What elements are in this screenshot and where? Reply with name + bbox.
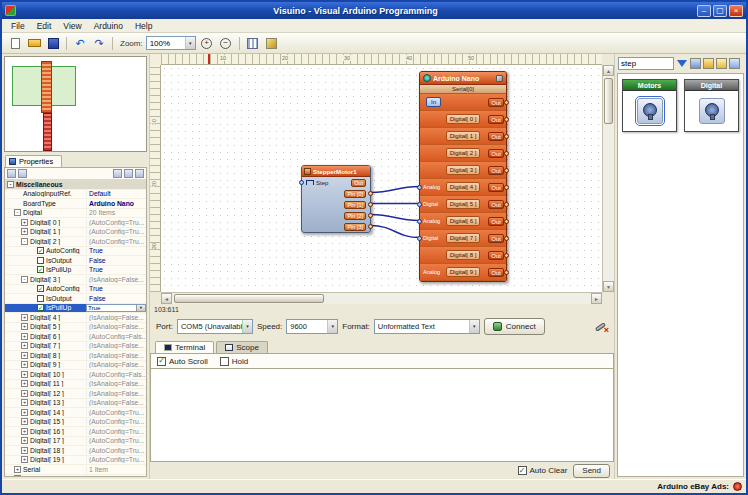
- property-row-digital-15[interactable]: +Digital[ 15 ](AutoConfig=Tru...: [5, 418, 146, 428]
- output-pin[interactable]: Out: [488, 217, 509, 226]
- output-pin[interactable]: Out: [488, 268, 509, 277]
- arduino-pin-row-digital-0[interactable]: Digital[ 0 ]Out: [420, 111, 506, 128]
- property-row-digital-0[interactable]: +Digital[ 0 ](AutoConfig=Tru...: [5, 218, 146, 228]
- collapse-all-icon[interactable]: [124, 169, 133, 178]
- stepper-step-row[interactable]: Step Out: [302, 177, 370, 188]
- arduino-pin-row-in[interactable]: InOut: [420, 94, 506, 111]
- tree-expander-icon[interactable]: +: [14, 475, 21, 476]
- property-row-isoutput[interactable]: IsOutputFalse: [5, 294, 146, 304]
- property-row-serial[interactable]: +Serial1 Item: [5, 465, 146, 475]
- chevron-down-icon[interactable]: ▾: [242, 320, 252, 333]
- terminal-output[interactable]: [150, 368, 614, 462]
- stepper-pin-row-pin-2[interactable]: Pin [2]: [302, 210, 370, 221]
- arduino-pin-row-digital-2[interactable]: Digital[ 2 ]Out: [420, 145, 506, 162]
- tab-properties[interactable]: Properties: [5, 155, 62, 167]
- tree-expander-icon[interactable]: +: [21, 228, 28, 235]
- zoom-select[interactable]: 100% ▾: [146, 36, 196, 50]
- property-row-digital-8[interactable]: +Digital[ 8 ](IsAnalog=False...: [5, 351, 146, 361]
- redo-icon[interactable]: ↷: [91, 35, 107, 51]
- checkbox-ispullup[interactable]: ✓: [37, 304, 44, 311]
- sort-alpha-icon[interactable]: [7, 169, 16, 178]
- open-folder-icon[interactable]: [26, 35, 42, 51]
- component-arduino-nano[interactable]: Arduino Nano Serial[0]InOutDigital[ 0 ]O…: [419, 71, 507, 282]
- category-view-icon[interactable]: [703, 58, 714, 69]
- property-row-digital-12[interactable]: +Digital[ 12 ](IsAnalog=False...: [5, 389, 146, 399]
- new-file-icon[interactable]: [7, 35, 23, 51]
- tree-expander-icon[interactable]: +: [21, 323, 28, 330]
- tree-expander-icon[interactable]: +: [21, 390, 28, 397]
- input-pin-icon[interactable]: [417, 202, 422, 207]
- port-select[interactable]: COM5 (Unavailable) ▾: [177, 319, 253, 334]
- tree-expander-icon[interactable]: -: [21, 238, 28, 245]
- design-canvas[interactable]: StepperMotor1 Step Out Pin [0]Pin [1]Pin…: [161, 65, 602, 292]
- arduino-pin-row-digital-6[interactable]: AnalogDigital[ 6 ]Out: [420, 213, 506, 230]
- output-pin[interactable]: Out: [488, 166, 509, 175]
- property-row-digital-2[interactable]: -Digital[ 2 ](AutoConfig=Tru...: [5, 237, 146, 247]
- arduino-header[interactable]: Arduino Nano: [420, 72, 506, 85]
- filter-icon[interactable]: [677, 60, 687, 67]
- hold-checkbox[interactable]: [220, 357, 229, 366]
- property-row-digital-5[interactable]: +Digital[ 5 ](IsAnalog=False...: [5, 323, 146, 333]
- arduino-pin-row-digital-7[interactable]: DigitalDigital[ 7 ]Out: [420, 230, 506, 247]
- scroll-left-icon[interactable]: ◄: [161, 293, 172, 304]
- toggle-grid-icon[interactable]: [245, 35, 261, 51]
- view-mode-icon[interactable]: [690, 58, 701, 69]
- stepper-motor-icon[interactable]: [699, 98, 725, 124]
- canvas-vertical-scrollbar[interactable]: ▲ ▼: [602, 65, 614, 292]
- menu-help[interactable]: Help: [129, 20, 158, 32]
- minimize-button[interactable]: –: [697, 5, 711, 17]
- zoom-out-icon[interactable]: −: [218, 35, 234, 51]
- port-setup-icon[interactable]: ×: [594, 320, 608, 333]
- scroll-down-icon[interactable]: ▼: [603, 281, 614, 292]
- tree-expander-icon[interactable]: +: [21, 399, 28, 406]
- property-row-digital-1[interactable]: +Digital[ 1 ](AutoConfig=Tru...: [5, 228, 146, 238]
- tab-terminal[interactable]: Terminal: [155, 341, 214, 353]
- scroll-right-icon[interactable]: ►: [591, 293, 602, 304]
- tree-expander-icon[interactable]: +: [21, 361, 28, 368]
- menu-edit[interactable]: Edit: [31, 20, 58, 32]
- component-category-motors[interactable]: Motors: [622, 79, 677, 132]
- property-row-boardtype[interactable]: BoardTypeArduino Nano: [5, 199, 146, 209]
- stepper-pin-row-pin-1[interactable]: Pin [1]: [302, 199, 370, 210]
- canvas-horizontal-scrollbar[interactable]: ◄ ►: [161, 292, 602, 304]
- output-pin[interactable]: Out: [488, 98, 509, 107]
- tree-expander-icon[interactable]: +: [21, 371, 28, 378]
- component-steppermotor1[interactable]: StepperMotor1 Step Out Pin [0]Pin [1]Pin…: [301, 165, 371, 233]
- wire[interactable]: [371, 187, 419, 193]
- input-pin-icon[interactable]: [417, 236, 422, 241]
- tree-expander-icon[interactable]: +: [21, 409, 28, 416]
- output-pin[interactable]: Out: [488, 183, 509, 192]
- menu-arduino[interactable]: Arduino: [88, 20, 129, 32]
- tree-expander-icon[interactable]: +: [21, 342, 28, 349]
- save-icon[interactable]: [45, 35, 61, 51]
- search-input[interactable]: [618, 57, 674, 70]
- categorized-icon[interactable]: [18, 169, 27, 178]
- component-category-digital[interactable]: Digital: [684, 79, 739, 132]
- wrench-icon[interactable]: [496, 75, 503, 82]
- arduino-pin-row-digital-3[interactable]: Digital[ 3 ]Out: [420, 162, 506, 179]
- maximize-button[interactable]: ▢: [713, 5, 727, 17]
- input-pin-icon[interactable]: [417, 219, 422, 224]
- property-row-analoginputref[interactable]: AnalogInputRef.Default: [5, 190, 146, 200]
- property-row-digital-9[interactable]: +Digital[ 9 ](IsAnalog=False...: [5, 361, 146, 371]
- wire[interactable]: [371, 226, 419, 238]
- input-pin-icon[interactable]: [417, 185, 422, 190]
- menu-view[interactable]: View: [57, 20, 87, 32]
- connect-button[interactable]: Connect: [484, 318, 545, 335]
- serial-in-pin[interactable]: In: [426, 97, 441, 107]
- tree-expander-icon[interactable]: +: [14, 466, 21, 473]
- close-button[interactable]: ×: [729, 5, 743, 17]
- stepper-motor-icon[interactable]: [637, 98, 663, 124]
- design-overview[interactable]: [4, 56, 147, 152]
- property-row-shields[interactable]: +Shields0 Items: [5, 475, 146, 477]
- property-row-digital-4[interactable]: +Digital[ 4 ](IsAnalog=False...: [5, 313, 146, 323]
- stepper-pin-row-pin-0[interactable]: Pin [0]: [302, 188, 370, 199]
- property-row-autoconfig[interactable]: ✓AutoConfigTrue: [5, 247, 146, 257]
- chevron-down-icon[interactable]: ▾: [327, 320, 337, 333]
- output-pin[interactable]: Out: [488, 149, 509, 158]
- tree-expander-icon[interactable]: +: [21, 437, 28, 444]
- value-dropdown[interactable]: True▾: [86, 304, 146, 313]
- scroll-thumb[interactable]: [604, 78, 613, 124]
- property-row-ispullup[interactable]: ✓IsPullUpTrue: [5, 266, 146, 276]
- tree-expander-icon[interactable]: -: [7, 181, 14, 188]
